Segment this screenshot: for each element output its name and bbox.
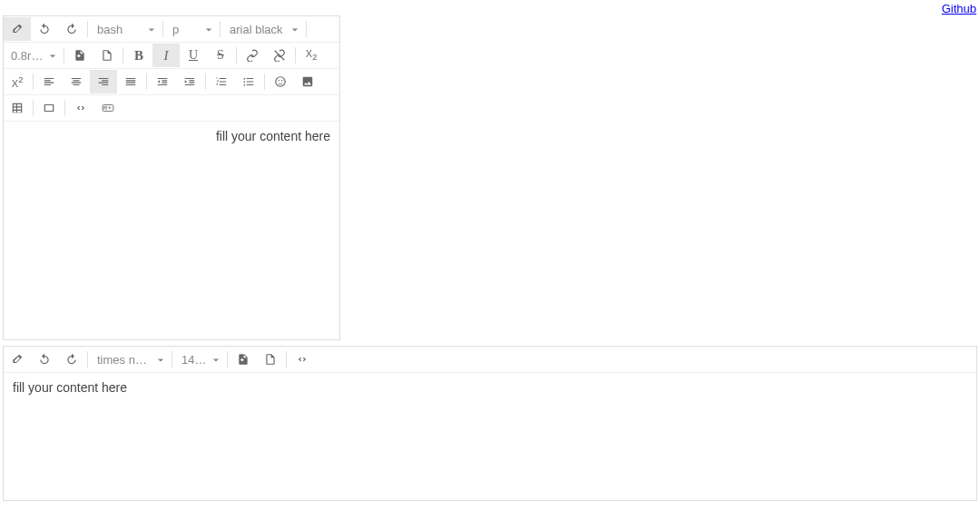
strike-icon: S — [217, 48, 224, 63]
fullscreen-button[interactable] — [35, 96, 63, 120]
separator — [87, 21, 88, 37]
language-select-label: bash — [97, 23, 142, 36]
italic-icon: I — [164, 48, 169, 64]
outdent-button[interactable] — [149, 70, 176, 93]
chevron-down-icon — [291, 23, 299, 36]
file-icon — [264, 353, 277, 366]
separator — [227, 351, 228, 368]
file-add-button[interactable] — [230, 348, 257, 371]
separator — [64, 47, 64, 64]
emoji-button[interactable] — [267, 70, 294, 93]
emoji-icon — [274, 75, 287, 88]
table-icon — [11, 102, 24, 114]
align-left-button[interactable] — [35, 70, 63, 93]
unordered-list-icon — [242, 75, 255, 88]
align-right-button[interactable] — [90, 70, 117, 93]
language-select[interactable]: bash — [90, 17, 161, 41]
align-center-icon — [70, 75, 83, 88]
unlink-button[interactable] — [266, 44, 293, 67]
file-icon — [101, 49, 113, 62]
superscript-button[interactable]: X2 — [4, 70, 31, 93]
unordered-list-button[interactable] — [235, 70, 262, 93]
svg-point-1 — [278, 80, 279, 82]
toolbar-row-2: 0.8rem B I U S X2 — [4, 43, 339, 69]
eraser-button[interactable] — [4, 348, 31, 371]
size-select[interactable]: 0.8rem — [4, 44, 62, 67]
fullscreen-icon — [43, 102, 55, 114]
image-button[interactable] — [294, 70, 321, 93]
font-select-label: arial black — [230, 23, 286, 36]
separator — [33, 100, 34, 116]
chevron-down-icon — [205, 23, 212, 36]
separator — [286, 351, 287, 368]
separator — [172, 351, 172, 368]
align-justify-button[interactable] — [117, 70, 144, 93]
tag-select[interactable]: p — [165, 17, 218, 41]
redo-button[interactable] — [58, 348, 85, 371]
redo-icon — [65, 23, 78, 35]
separator — [205, 74, 206, 90]
editor-content[interactable]: fill your content here — [4, 373, 976, 500]
undo-button[interactable] — [31, 17, 58, 41]
file-add-icon — [237, 353, 250, 366]
indent-icon — [183, 75, 196, 88]
editor-1: bash p arial black 0.8rem B I U S — [3, 15, 340, 340]
underline-button[interactable]: U — [180, 44, 207, 67]
align-left-icon — [43, 75, 55, 88]
separator — [162, 21, 163, 37]
image-icon — [301, 75, 314, 88]
unlink-icon — [273, 49, 286, 62]
separator — [295, 47, 296, 64]
chevron-down-icon — [157, 353, 164, 367]
separator — [33, 74, 34, 90]
font-select[interactable]: times new r... — [90, 348, 170, 371]
indent-button[interactable] — [176, 70, 203, 93]
subscript-button[interactable]: X2 — [298, 44, 325, 67]
ordered-list-button[interactable] — [208, 70, 235, 93]
redo-icon — [65, 353, 78, 366]
separator — [64, 100, 65, 116]
undo-icon — [38, 23, 51, 35]
markdown-button[interactable] — [94, 96, 122, 120]
separator — [264, 74, 265, 90]
code-button[interactable] — [289, 348, 316, 371]
separator — [122, 47, 123, 64]
toolbar-row-3: X2 — [4, 69, 339, 95]
svg-point-2 — [281, 80, 283, 82]
size-select[interactable]: 14px — [174, 348, 225, 371]
file-add-button[interactable] — [66, 44, 93, 67]
separator — [306, 21, 307, 37]
editor-2: times new r... 14px fill your content he… — [3, 346, 977, 501]
font-select-label: times new r... — [97, 353, 152, 367]
bold-icon: B — [134, 48, 143, 64]
editor-content[interactable]: fill your content here — [4, 122, 339, 339]
code-icon — [74, 102, 87, 114]
separator — [236, 47, 237, 64]
redo-button[interactable] — [58, 17, 85, 41]
tag-select-label: p — [172, 23, 200, 36]
link-button[interactable] — [239, 44, 266, 67]
file-button[interactable] — [257, 348, 284, 371]
undo-icon — [38, 353, 51, 366]
bold-button[interactable]: B — [125, 44, 152, 67]
code-button[interactable] — [67, 96, 94, 120]
separator — [146, 74, 147, 90]
align-center-button[interactable] — [63, 70, 90, 93]
code-icon — [296, 353, 309, 366]
eraser-button[interactable] — [4, 17, 31, 41]
italic-button[interactable]: I — [152, 44, 180, 67]
font-select[interactable]: arial black — [222, 17, 304, 41]
subscript-icon: X2 — [306, 48, 317, 62]
github-link[interactable]: Github — [942, 2, 976, 15]
link-icon — [246, 49, 259, 62]
file-add-icon — [74, 49, 86, 62]
undo-button[interactable] — [31, 348, 58, 371]
toolbar-2: times new r... 14px — [4, 347, 976, 373]
table-button[interactable] — [4, 96, 31, 120]
align-right-icon — [97, 75, 110, 88]
strike-button[interactable]: S — [207, 44, 234, 67]
align-justify-icon — [124, 75, 137, 88]
chevron-down-icon — [49, 49, 56, 63]
size-select-label: 14px — [181, 353, 207, 367]
file-button[interactable] — [93, 44, 121, 67]
